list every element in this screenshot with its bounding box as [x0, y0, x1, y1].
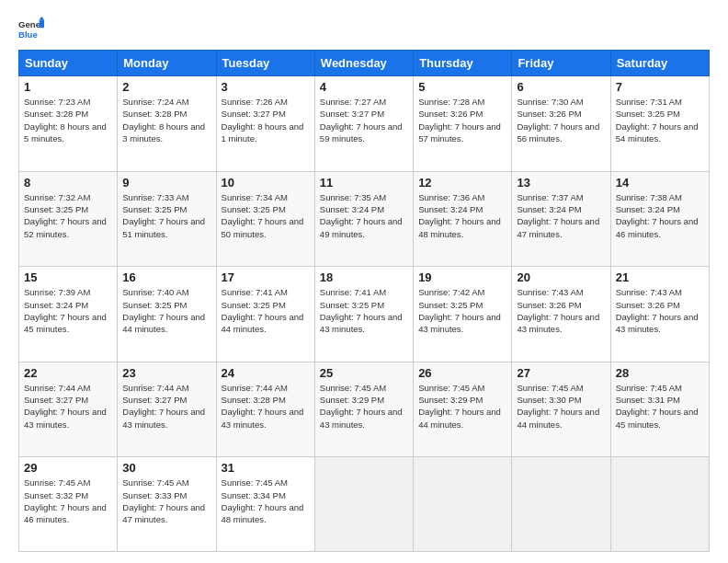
- calendar-cell[interactable]: 3Sunrise: 7:26 AM Sunset: 3:27 PM Daylig…: [216, 76, 314, 172]
- logo: General Blue: [18, 17, 44, 42]
- week-row-3: 15Sunrise: 7:39 AM Sunset: 3:24 PM Dayli…: [19, 267, 710, 362]
- day-number: 29: [24, 461, 112, 475]
- day-number: 2: [122, 80, 210, 94]
- calendar-cell[interactable]: 26Sunrise: 7:45 AM Sunset: 3:29 PM Dayli…: [414, 362, 512, 457]
- day-number: 23: [122, 366, 210, 380]
- calendar-cell[interactable]: 18Sunrise: 7:41 AM Sunset: 3:25 PM Dayli…: [314, 267, 413, 362]
- day-info: Sunrise: 7:23 AM Sunset: 3:28 PM Dayligh…: [24, 96, 112, 144]
- day-info: Sunrise: 7:41 AM Sunset: 3:25 PM Dayligh…: [320, 286, 408, 335]
- calendar-cell[interactable]: [610, 457, 709, 552]
- week-row-5: 29Sunrise: 7:45 AM Sunset: 3:32 PM Dayli…: [19, 457, 710, 552]
- calendar-cell[interactable]: 7Sunrise: 7:31 AM Sunset: 3:25 PM Daylig…: [610, 76, 709, 172]
- day-info: Sunrise: 7:43 AM Sunset: 3:26 PM Dayligh…: [517, 286, 605, 335]
- header-saturday: Saturday: [610, 51, 709, 76]
- calendar-cell[interactable]: 21Sunrise: 7:43 AM Sunset: 3:26 PM Dayli…: [610, 267, 709, 362]
- day-number: 11: [320, 176, 408, 190]
- day-info: Sunrise: 7:43 AM Sunset: 3:26 PM Dayligh…: [616, 286, 704, 335]
- calendar-table: SundayMondayTuesdayWednesdayThursdayFrid…: [18, 50, 710, 552]
- day-number: 4: [320, 80, 408, 94]
- header-sunday: Sunday: [19, 51, 118, 76]
- day-info: Sunrise: 7:44 AM Sunset: 3:28 PM Dayligh…: [222, 382, 310, 431]
- calendar-cell[interactable]: 10Sunrise: 7:34 AM Sunset: 3:25 PM Dayli…: [216, 171, 314, 267]
- calendar-cell[interactable]: 19Sunrise: 7:42 AM Sunset: 3:25 PM Dayli…: [414, 267, 512, 362]
- calendar-cell[interactable]: 2Sunrise: 7:24 AM Sunset: 3:28 PM Daylig…: [118, 76, 216, 172]
- calendar-cell[interactable]: 8Sunrise: 7:32 AM Sunset: 3:25 PM Daylig…: [19, 171, 118, 267]
- calendar-cell[interactable]: 6Sunrise: 7:30 AM Sunset: 3:26 PM Daylig…: [512, 76, 610, 172]
- calendar-cell[interactable]: 9Sunrise: 7:33 AM Sunset: 3:25 PM Daylig…: [118, 171, 216, 267]
- day-number: 30: [122, 461, 210, 475]
- calendar-cell[interactable]: 12Sunrise: 7:36 AM Sunset: 3:24 PM Dayli…: [414, 171, 512, 267]
- day-info: Sunrise: 7:45 AM Sunset: 3:29 PM Dayligh…: [418, 382, 506, 431]
- calendar-cell[interactable]: [414, 457, 512, 552]
- calendar-cell[interactable]: 23Sunrise: 7:44 AM Sunset: 3:27 PM Dayli…: [118, 362, 216, 457]
- day-number: 8: [24, 176, 112, 190]
- day-info: Sunrise: 7:30 AM Sunset: 3:26 PM Dayligh…: [517, 96, 605, 144]
- logo-icon: General Blue: [18, 17, 44, 42]
- day-number: 27: [517, 366, 605, 380]
- day-number: 10: [222, 176, 310, 190]
- day-number: 19: [418, 270, 506, 284]
- calendar-cell[interactable]: [512, 457, 610, 552]
- day-info: Sunrise: 7:36 AM Sunset: 3:24 PM Dayligh…: [418, 191, 506, 240]
- day-number: 9: [122, 176, 210, 190]
- calendar-cell[interactable]: 4Sunrise: 7:27 AM Sunset: 3:27 PM Daylig…: [314, 76, 413, 172]
- day-info: Sunrise: 7:35 AM Sunset: 3:24 PM Dayligh…: [320, 191, 408, 240]
- header-thursday: Thursday: [414, 51, 512, 76]
- calendar-cell[interactable]: 1Sunrise: 7:23 AM Sunset: 3:28 PM Daylig…: [19, 76, 118, 172]
- calendar-cell[interactable]: 14Sunrise: 7:38 AM Sunset: 3:24 PM Dayli…: [610, 171, 709, 267]
- day-number: 22: [24, 366, 112, 380]
- day-info: Sunrise: 7:27 AM Sunset: 3:27 PM Dayligh…: [320, 96, 408, 144]
- calendar-cell[interactable]: 11Sunrise: 7:35 AM Sunset: 3:24 PM Dayli…: [314, 171, 413, 267]
- day-number: 25: [320, 366, 408, 380]
- calendar-cell[interactable]: 16Sunrise: 7:40 AM Sunset: 3:25 PM Dayli…: [118, 267, 216, 362]
- calendar-cell[interactable]: 28Sunrise: 7:45 AM Sunset: 3:31 PM Dayli…: [610, 362, 709, 457]
- day-info: Sunrise: 7:45 AM Sunset: 3:29 PM Dayligh…: [320, 382, 408, 431]
- calendar-cell[interactable]: 20Sunrise: 7:43 AM Sunset: 3:26 PM Dayli…: [512, 267, 610, 362]
- day-number: 26: [418, 366, 506, 380]
- day-info: Sunrise: 7:44 AM Sunset: 3:27 PM Dayligh…: [122, 382, 210, 431]
- day-number: 13: [517, 176, 605, 190]
- header: General Blue: [18, 17, 710, 42]
- day-info: Sunrise: 7:28 AM Sunset: 3:26 PM Dayligh…: [418, 96, 506, 144]
- day-info: Sunrise: 7:45 AM Sunset: 3:31 PM Dayligh…: [616, 382, 704, 431]
- day-info: Sunrise: 7:45 AM Sunset: 3:30 PM Dayligh…: [517, 382, 605, 431]
- calendar-cell[interactable]: 27Sunrise: 7:45 AM Sunset: 3:30 PM Dayli…: [512, 362, 610, 457]
- calendar-cell[interactable]: 5Sunrise: 7:28 AM Sunset: 3:26 PM Daylig…: [414, 76, 512, 172]
- day-info: Sunrise: 7:32 AM Sunset: 3:25 PM Dayligh…: [24, 191, 112, 240]
- calendar-cell[interactable]: [314, 457, 413, 552]
- day-number: 1: [24, 80, 112, 94]
- day-number: 20: [517, 270, 605, 284]
- day-number: 14: [616, 176, 704, 190]
- calendar-cell[interactable]: 25Sunrise: 7:45 AM Sunset: 3:29 PM Dayli…: [314, 362, 413, 457]
- calendar-cell[interactable]: 15Sunrise: 7:39 AM Sunset: 3:24 PM Dayli…: [19, 267, 118, 362]
- day-info: Sunrise: 7:24 AM Sunset: 3:28 PM Dayligh…: [122, 96, 210, 144]
- calendar-cell[interactable]: 13Sunrise: 7:37 AM Sunset: 3:24 PM Dayli…: [512, 171, 610, 267]
- day-info: Sunrise: 7:44 AM Sunset: 3:27 PM Dayligh…: [24, 382, 112, 431]
- day-number: 5: [418, 80, 506, 94]
- calendar-cell[interactable]: 24Sunrise: 7:44 AM Sunset: 3:28 PM Dayli…: [216, 362, 314, 457]
- day-info: Sunrise: 7:39 AM Sunset: 3:24 PM Dayligh…: [24, 286, 112, 335]
- calendar-cell[interactable]: 17Sunrise: 7:41 AM Sunset: 3:25 PM Dayli…: [216, 267, 314, 362]
- day-number: 18: [320, 270, 408, 284]
- day-info: Sunrise: 7:26 AM Sunset: 3:27 PM Dayligh…: [222, 96, 310, 144]
- day-number: 3: [222, 80, 310, 94]
- day-info: Sunrise: 7:34 AM Sunset: 3:25 PM Dayligh…: [222, 191, 310, 240]
- calendar-cell[interactable]: 22Sunrise: 7:44 AM Sunset: 3:27 PM Dayli…: [19, 362, 118, 457]
- day-number: 21: [616, 270, 704, 284]
- day-info: Sunrise: 7:40 AM Sunset: 3:25 PM Dayligh…: [122, 286, 210, 335]
- calendar-cell[interactable]: 31Sunrise: 7:45 AM Sunset: 3:34 PM Dayli…: [216, 457, 314, 552]
- day-number: 31: [222, 461, 310, 475]
- day-info: Sunrise: 7:42 AM Sunset: 3:25 PM Dayligh…: [418, 286, 506, 335]
- svg-text:Blue: Blue: [18, 29, 38, 40]
- calendar-cell[interactable]: 29Sunrise: 7:45 AM Sunset: 3:32 PM Dayli…: [19, 457, 118, 552]
- day-info: Sunrise: 7:31 AM Sunset: 3:25 PM Dayligh…: [616, 96, 704, 144]
- header-friday: Friday: [512, 51, 610, 76]
- day-number: 7: [616, 80, 704, 94]
- header-wednesday: Wednesday: [314, 51, 413, 76]
- day-number: 16: [122, 270, 210, 284]
- day-info: Sunrise: 7:37 AM Sunset: 3:24 PM Dayligh…: [517, 191, 605, 240]
- calendar-cell[interactable]: 30Sunrise: 7:45 AM Sunset: 3:33 PM Dayli…: [118, 457, 216, 552]
- day-number: 24: [222, 366, 310, 380]
- day-info: Sunrise: 7:45 AM Sunset: 3:32 PM Dayligh…: [24, 477, 112, 525]
- day-info: Sunrise: 7:33 AM Sunset: 3:25 PM Dayligh…: [122, 191, 210, 240]
